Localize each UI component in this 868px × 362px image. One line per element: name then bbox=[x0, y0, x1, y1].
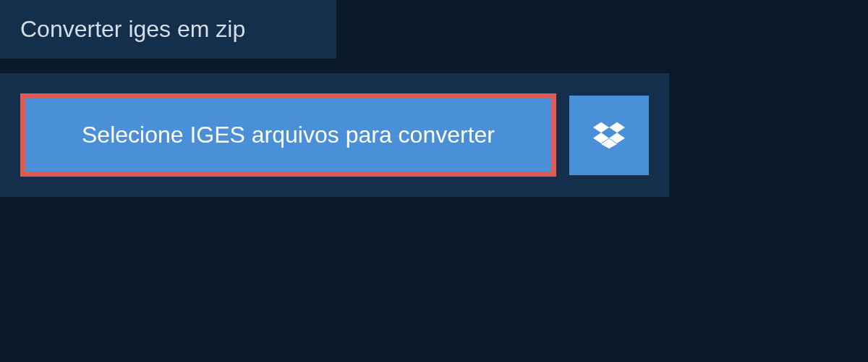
spacer bbox=[0, 59, 868, 73]
dropbox-icon bbox=[593, 119, 625, 151]
dropbox-button[interactable] bbox=[569, 96, 649, 175]
select-files-button[interactable]: Selecione IGES arquivos para converter bbox=[20, 93, 556, 177]
upload-panel: Selecione IGES arquivos para converter bbox=[0, 73, 669, 197]
tab-header: Converter iges em zip bbox=[0, 0, 336, 59]
select-files-label: Selecione IGES arquivos para converter bbox=[82, 122, 495, 148]
tab-title: Converter iges em zip bbox=[20, 16, 245, 42]
